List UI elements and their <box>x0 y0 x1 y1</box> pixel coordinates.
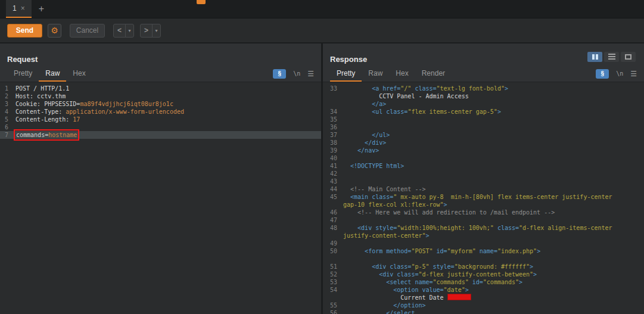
forward-button[interactable]: > <box>140 24 153 38</box>
request-panel-header: Request <box>0 43 321 66</box>
code-line: 48 <div style="width:100%;height: 100vh;… <box>323 224 644 232</box>
line-number <box>323 92 341 100</box>
line-number <box>323 255 341 263</box>
code-line: 50 <form method="POST" id="myform" name=… <box>323 247 644 255</box>
line-number: 47 <box>323 216 341 224</box>
tab-raw[interactable]: Raw <box>362 66 389 82</box>
line-number: 46 <box>323 209 341 216</box>
prettify-button[interactable]: § <box>596 69 609 79</box>
code-line: 53 <select name="commands" id="commands"… <box>323 278 644 286</box>
tab-pretty[interactable]: Pretty <box>330 66 362 82</box>
code-text <box>341 216 343 224</box>
menu-icon: ☰ <box>630 70 637 78</box>
code-text: </div> <box>341 139 386 147</box>
tab-render[interactable]: Render <box>415 66 452 82</box>
code-line: Current Date <box>323 294 644 301</box>
code-text: <main class=" mx-auto py-8 min-h-[80vh] … <box>341 193 612 201</box>
line-number: 4 <box>0 108 13 116</box>
forward-history-dropdown[interactable]: ▾ <box>152 24 161 38</box>
line-number: 50 <box>323 247 341 255</box>
tab-hex[interactable]: Hex <box>389 66 415 82</box>
code-text: commands=hostname <box>13 131 77 139</box>
response-editor-icons: § \n ☰ <box>596 66 637 82</box>
prettify-button[interactable]: § <box>273 69 286 79</box>
line-number: 49 <box>323 240 341 247</box>
code-line: 49 <box>323 240 644 247</box>
line-number: 35 <box>323 116 341 123</box>
line-number: 40 <box>323 154 341 162</box>
code-text: </select <box>341 309 415 314</box>
code-line: 38 </div> <box>323 139 644 147</box>
line-number: 38 <box>323 139 341 147</box>
request-editor[interactable]: 1POST / HTTP/1.12Host: cctv.thm3Cookie: … <box>0 82 321 314</box>
code-line: 2Host: cctv.thm <box>0 92 321 100</box>
back-history-dropdown[interactable]: ▾ <box>125 24 134 38</box>
back-button[interactable]: < <box>113 24 126 38</box>
line-number: 41 <box>323 162 341 170</box>
code-text: <!DOCTYPE html> <box>341 162 404 170</box>
code-text: Host: cctv.thm <box>13 92 66 100</box>
tab-pretty[interactable]: Pretty <box>7 66 39 82</box>
code-text: justify-content-center"> <box>341 232 430 240</box>
line-number: 2 <box>0 92 13 100</box>
code-text <box>341 255 343 263</box>
page-title-request: Request <box>7 55 38 64</box>
code-line: 37 </ul> <box>323 131 644 139</box>
line-number: 6 <box>0 123 13 131</box>
response-tab-row: PrettyRawHexRender § \n ☰ <box>323 66 644 82</box>
prettify-icon: § <box>601 70 604 77</box>
response-tabs: PrettyRawHexRender <box>330 66 452 82</box>
code-text: Current Date <box>341 294 471 301</box>
editor-menu-button[interactable]: ☰ <box>630 70 637 78</box>
gear-icon: ⚙ <box>51 26 58 35</box>
cancel-button[interactable]: Cancel <box>70 24 105 38</box>
code-line: 33 <a href="/" class="text-lg font-bold"… <box>323 85 644 92</box>
code-line: 47 <box>323 216 644 224</box>
line-number: 44 <box>323 185 341 193</box>
message-panels: Request PrettyRawHex § \n ☰ 1POST / HTTP… <box>0 43 644 314</box>
response-editor[interactable]: 33 <a href="/" class="text-lg font-bold"… <box>323 82 644 314</box>
line-number: 45 <box>323 193 341 201</box>
add-tab-button[interactable]: + <box>32 0 51 18</box>
line-number: 53 <box>323 278 341 286</box>
line-number: 1 <box>0 85 13 92</box>
editor-menu-button[interactable]: ☰ <box>307 70 314 78</box>
close-icon[interactable]: × <box>21 4 25 13</box>
layout-stacked-button[interactable] <box>604 52 619 62</box>
line-number <box>323 201 341 209</box>
line-number: 52 <box>323 271 341 278</box>
code-text: <select name="commands" id="commands"> <box>341 278 522 286</box>
code-text: <form method="POST" id="myform" name="in… <box>341 247 540 255</box>
code-text: Content-Length: 17 <box>13 116 80 123</box>
line-number: 51 <box>323 263 341 271</box>
show-nonprintable-button[interactable]: \n <box>616 70 623 77</box>
code-text: POST / HTTP/1.1 <box>13 85 69 92</box>
tab-hex[interactable]: Hex <box>66 66 92 82</box>
menu-icon: ☰ <box>307 70 314 78</box>
code-text <box>341 116 343 123</box>
send-button[interactable]: Send <box>7 24 42 38</box>
code-line: justify-content-center"> <box>323 232 644 240</box>
line-number <box>323 100 341 108</box>
code-text: <div style="width:100%;height: 100vh;" c… <box>341 224 612 232</box>
nonprintable-icon: \n <box>616 70 623 77</box>
line-number: 42 <box>323 170 341 178</box>
settings-button[interactable]: ⚙ <box>48 24 61 38</box>
code-text: gap-10 flex-col xl:flex-row"> <box>341 201 447 209</box>
code-line: 55 </option> <box>323 301 644 309</box>
rows-icon <box>608 54 615 60</box>
layout-single-pane-button[interactable] <box>621 52 636 62</box>
caret-down-icon: ▾ <box>155 28 157 33</box>
line-number: 5 <box>0 116 13 123</box>
page-title-response: Response <box>330 55 367 64</box>
repeater-tab-1[interactable]: 1 × <box>6 0 32 18</box>
code-text <box>341 170 343 178</box>
tab-raw[interactable]: Raw <box>39 66 66 82</box>
line-number <box>323 294 341 301</box>
code-text: <option value="date"> <box>341 286 469 294</box>
line-number: 7 <box>0 131 13 139</box>
code-line: 44 <!-- Main Content --> <box>323 185 644 193</box>
repeater-tab-bar: 1 × + <box>0 0 644 18</box>
layout-side-by-side-button[interactable] <box>587 52 602 62</box>
show-nonprintable-button[interactable]: \n <box>293 70 300 77</box>
